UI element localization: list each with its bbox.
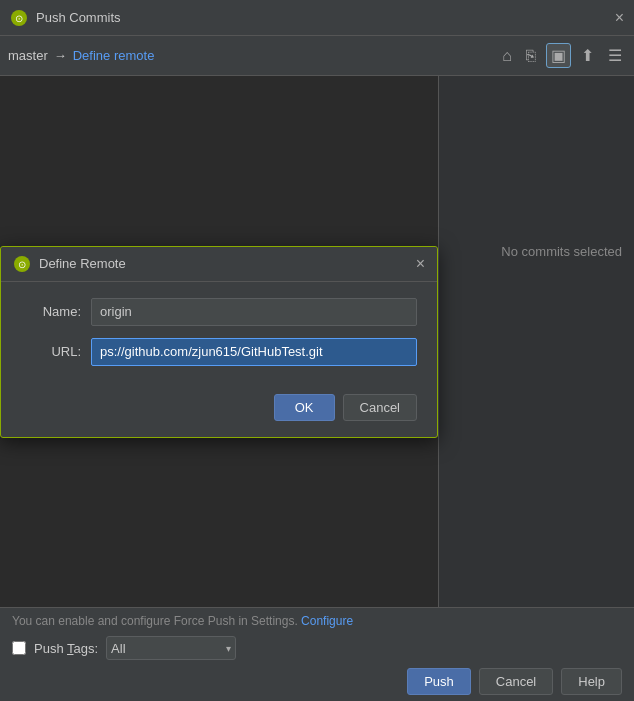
- force-push-text: You can enable and configure Force Push …: [12, 614, 298, 628]
- define-remote-dialog: ⊙ Define Remote × Name:: [0, 246, 438, 438]
- content-panel: ⊙ Define Remote × Name:: [0, 76, 634, 607]
- define-remote-link[interactable]: Define remote: [73, 48, 155, 63]
- columns-layout: ⊙ Define Remote × Name:: [0, 76, 634, 607]
- no-commits-text: No commits selected: [501, 84, 626, 259]
- force-push-notice: You can enable and configure Force Push …: [12, 614, 622, 628]
- dialog-title: Define Remote: [39, 256, 126, 271]
- push-tags-checkbox[interactable]: [12, 641, 26, 655]
- dialog-body: Name: URL:: [1, 282, 437, 394]
- cancel-button[interactable]: Cancel: [479, 668, 553, 695]
- modal-backdrop: ⊙ Define Remote × Name:: [0, 76, 438, 607]
- dropdown-value: All: [111, 641, 125, 656]
- right-column: No commits selected: [438, 76, 634, 607]
- dialog-cancel-button[interactable]: Cancel: [343, 394, 417, 421]
- home-icon-button[interactable]: ⌂: [498, 45, 516, 67]
- svg-text:⊙: ⊙: [15, 13, 23, 24]
- toolbar-row: master → Define remote ⌂ ⎘ ▣ ⬆ ☰: [0, 36, 634, 76]
- box-icon-button[interactable]: ▣: [546, 43, 571, 68]
- window-close-button[interactable]: ×: [615, 10, 624, 26]
- configure-link[interactable]: Configure: [301, 614, 353, 628]
- breadcrumb: master → Define remote: [8, 48, 154, 63]
- bottom-bar: You can enable and configure Force Push …: [0, 607, 634, 701]
- branch-name: master: [8, 48, 48, 63]
- window-title: Push Commits: [36, 10, 121, 25]
- title-bar: ⊙ Push Commits ×: [0, 0, 634, 36]
- push-button[interactable]: Push: [407, 668, 471, 695]
- name-input[interactable]: [91, 298, 417, 326]
- left-column: ⊙ Define Remote × Name:: [0, 76, 438, 607]
- dialog-actions: OK Cancel: [1, 394, 437, 437]
- name-label: Name:: [21, 304, 81, 319]
- push-tags-label: Push Tags:: [34, 641, 98, 656]
- title-bar-left: ⊙ Push Commits: [10, 9, 121, 27]
- dropdown-arrow-icon: ▾: [226, 643, 231, 654]
- svg-text:⊙: ⊙: [18, 259, 26, 270]
- name-row: Name:: [21, 298, 417, 326]
- app-icon: ⊙: [10, 9, 28, 27]
- push-tags-row: Push Tags: All ▾: [12, 636, 622, 660]
- help-button[interactable]: Help: [561, 668, 622, 695]
- share-icon-button[interactable]: ⎘: [522, 45, 540, 67]
- toolbar-icons: ⌂ ⎘ ▣ ⬆ ☰: [498, 43, 626, 68]
- url-input[interactable]: [91, 338, 417, 366]
- push-tags-dropdown[interactable]: All ▾: [106, 636, 236, 660]
- dialog-ok-button[interactable]: OK: [274, 394, 335, 421]
- url-label: URL:: [21, 344, 81, 359]
- dialog-titlebar: ⊙ Define Remote ×: [1, 247, 437, 282]
- dialog-app-icon: ⊙: [13, 255, 31, 273]
- dialog-title-left: ⊙ Define Remote: [13, 255, 126, 273]
- align-top-icon-button[interactable]: ⬆: [577, 44, 598, 67]
- menu-icon-button[interactable]: ☰: [604, 44, 626, 67]
- main-area: master → Define remote ⌂ ⎘ ▣ ⬆ ☰: [0, 36, 634, 701]
- dialog-close-button[interactable]: ×: [416, 256, 425, 272]
- action-buttons: Push Cancel Help: [12, 668, 622, 695]
- breadcrumb-arrow: →: [54, 48, 67, 63]
- url-row: URL:: [21, 338, 417, 366]
